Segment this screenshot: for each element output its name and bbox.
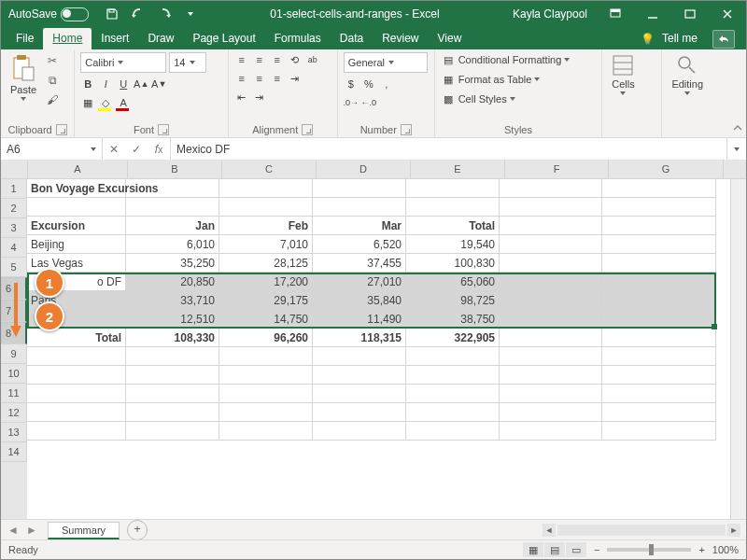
- tab-draw[interactable]: Draw: [138, 28, 183, 49]
- cell-A2[interactable]: [27, 198, 126, 217]
- cell-B10[interactable]: [126, 347, 219, 366]
- tab-home[interactable]: Home: [43, 28, 92, 49]
- align-top-icon[interactable]: ≡: [234, 52, 249, 67]
- col-header-A[interactable]: A: [28, 160, 128, 178]
- cell-D13[interactable]: [313, 403, 406, 422]
- align-left-icon[interactable]: ≡: [234, 71, 249, 86]
- cell-E10[interactable]: [406, 347, 500, 366]
- cell-A14[interactable]: [27, 422, 126, 441]
- cells-region[interactable]: Bon Voyage Excursions ExcursionJanFebMar…: [27, 179, 730, 520]
- cell-D4[interactable]: 6,520: [313, 235, 406, 254]
- cell-D5[interactable]: 37,455: [313, 254, 406, 273]
- cell-F8[interactable]: [500, 310, 602, 329]
- col-header-C[interactable]: C: [222, 160, 317, 178]
- cell-D14[interactable]: [313, 422, 406, 441]
- sheet-tab-summary[interactable]: Summary: [48, 522, 120, 539]
- cell-F3[interactable]: [500, 217, 602, 235]
- redo-icon[interactable]: [156, 6, 173, 22]
- grow-font-icon[interactable]: A▲: [134, 77, 148, 91]
- orientation-icon[interactable]: ⟲: [288, 52, 303, 67]
- dialog-launcher-icon[interactable]: [158, 124, 169, 135]
- tab-insert[interactable]: Insert: [92, 28, 138, 49]
- cell-F12[interactable]: [500, 385, 602, 403]
- name-box[interactable]: A6: [1, 138, 103, 161]
- cell-A12[interactable]: [27, 385, 126, 403]
- cell-E6[interactable]: 65,060: [406, 273, 500, 291]
- minimize-icon[interactable]: [634, 1, 671, 27]
- cell-D7[interactable]: 35,840: [313, 291, 406, 310]
- cell-F5[interactable]: [500, 254, 602, 273]
- cell-B13[interactable]: [126, 403, 219, 422]
- row-header-14[interactable]: 14: [1, 442, 27, 462]
- increase-decimal-icon[interactable]: .0→: [344, 95, 359, 110]
- cell-G5[interactable]: [602, 254, 716, 273]
- cell-B1[interactable]: [126, 179, 219, 198]
- cell-E3[interactable]: Total: [406, 217, 500, 235]
- row-header-4[interactable]: 4: [1, 238, 27, 258]
- sheet-nav-next-icon[interactable]: ►: [23, 524, 40, 537]
- cell-C5[interactable]: 28,125: [219, 254, 313, 273]
- select-all-corner[interactable]: [1, 160, 28, 178]
- cell-C6[interactable]: 17,200: [219, 273, 313, 291]
- cell-C2[interactable]: [219, 198, 313, 217]
- cells-button[interactable]: Cells: [608, 52, 638, 97]
- cell-G7[interactable]: [602, 291, 716, 310]
- percent-icon[interactable]: %: [361, 77, 376, 91]
- row-header-13[interactable]: 13: [1, 423, 27, 442]
- zoom-in-icon[interactable]: +: [698, 544, 704, 555]
- dialog-launcher-icon[interactable]: [302, 124, 313, 135]
- tab-page-layout[interactable]: Page Layout: [183, 28, 264, 49]
- increase-indent-icon[interactable]: ⇥: [252, 90, 267, 105]
- comma-icon[interactable]: ,: [379, 77, 394, 91]
- bold-button[interactable]: B: [80, 77, 95, 91]
- shrink-font-icon[interactable]: A▼: [151, 77, 166, 91]
- cell-B6[interactable]: 20,850: [126, 273, 219, 291]
- scroll-right-icon[interactable]: ►: [727, 524, 740, 537]
- cell-F10[interactable]: [500, 347, 602, 366]
- save-icon[interactable]: [104, 6, 120, 22]
- cell-B8[interactable]: 12,510: [126, 310, 219, 329]
- expand-formula-bar-icon[interactable]: [726, 138, 746, 161]
- cell-G8[interactable]: [602, 310, 716, 329]
- align-bottom-icon[interactable]: ≡: [270, 52, 285, 67]
- cell-G9[interactable]: [602, 329, 716, 347]
- cell-C3[interactable]: Feb: [219, 217, 313, 235]
- format-painter-icon[interactable]: 🖌: [44, 91, 61, 108]
- row-header-10[interactable]: 10: [1, 364, 27, 384]
- cell-G10[interactable]: [602, 347, 716, 366]
- cell-E13[interactable]: [406, 403, 500, 422]
- cell-G12[interactable]: [602, 385, 716, 403]
- cell-D9[interactable]: 118,315: [313, 329, 406, 347]
- cell-G4[interactable]: [602, 235, 716, 254]
- cell-E14[interactable]: [406, 422, 500, 441]
- cell-D6[interactable]: 27,010: [313, 273, 406, 291]
- cancel-icon[interactable]: ✕: [103, 143, 125, 156]
- tellme-input[interactable]: Tell me: [660, 28, 707, 49]
- paste-button[interactable]: Paste: [7, 52, 40, 103]
- cell-C14[interactable]: [219, 422, 313, 441]
- enter-icon[interactable]: ✓: [125, 143, 148, 156]
- cell-B9[interactable]: 108,330: [126, 329, 219, 347]
- row-header-11[interactable]: 11: [1, 384, 27, 403]
- cell-F4[interactable]: [500, 235, 602, 254]
- horizontal-scrollbar[interactable]: ◄ ►: [153, 524, 740, 537]
- cell-E2[interactable]: [406, 198, 500, 217]
- cell-D3[interactable]: Mar: [313, 217, 406, 235]
- cell-A11[interactable]: [27, 366, 126, 385]
- align-right-icon[interactable]: ≡: [270, 71, 285, 86]
- cell-C7[interactable]: 29,175: [219, 291, 313, 310]
- cell-D2[interactable]: [313, 198, 406, 217]
- number-format-select[interactable]: General: [344, 52, 428, 73]
- tab-formulas[interactable]: Formulas: [265, 28, 331, 49]
- conditional-formatting-button[interactable]: ▤Conditional Formatting: [441, 52, 571, 67]
- zoom-out-icon[interactable]: −: [594, 544, 599, 555]
- cell-F11[interactable]: [500, 366, 602, 385]
- merge-icon[interactable]: ⇥: [288, 71, 303, 86]
- cell-G2[interactable]: [602, 198, 716, 217]
- ribbon-options-icon[interactable]: [597, 1, 634, 27]
- cell-B3[interactable]: Jan: [126, 217, 219, 235]
- col-header-F[interactable]: F: [505, 160, 609, 178]
- close-icon[interactable]: [709, 1, 746, 27]
- cell-D8[interactable]: 11,490: [313, 310, 406, 329]
- cell-E4[interactable]: 19,540: [406, 235, 500, 254]
